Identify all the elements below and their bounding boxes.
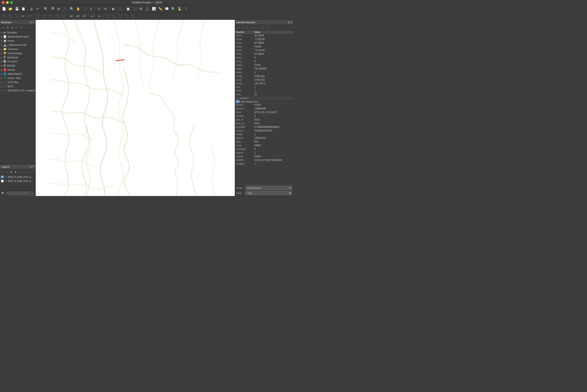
zoom-layer-button[interactable]: ⬛ [62, 6, 68, 12]
ir-row-5[interactable]: Close... 0 [235, 56, 293, 60]
browser-float-button[interactable]: ⊡ [30, 21, 31, 24]
select-button[interactable]: ▶ [110, 6, 116, 12]
browser-item-spatial-bookmarks[interactable]: ▶ 📑 Spatial Bookmarks [0, 34, 35, 39]
save-as-button[interactable]: 📋 [20, 6, 26, 12]
ir-row-1[interactable]: Close... 42.43854 [235, 42, 293, 45]
ir-float-button[interactable]: ⊡ [288, 21, 290, 24]
ir-copy-btn[interactable]: ⬛ [250, 26, 254, 30]
clock-button[interactable]: ⏰ [125, 6, 131, 12]
browser-favorites-btn[interactable]: ☆ [1, 26, 5, 30]
ir-actions-expand-icon[interactable]: ▼ [236, 97, 238, 100]
save-project-button[interactable]: 💾 [14, 6, 20, 12]
search-input[interactable] [6, 192, 34, 195]
browser-refresh-btn[interactable]: ↻ [5, 26, 10, 30]
pan-map-button[interactable]: ⬛ [81, 6, 87, 12]
zoom-selection-button[interactable]: 🔍 [69, 6, 74, 12]
layer-checkbox-nhd-flow[interactable] [1, 180, 4, 182]
layer-item-nhd-flow[interactable]: 〰 NHD_H_0108_HU4_GDB — NHDFlow... [0, 179, 35, 183]
ir-row-9[interactable]: Interp... 0 [235, 71, 293, 74]
measure-button[interactable]: 📏 [157, 6, 163, 12]
digitize-btn-7[interactable]: ⬛ [60, 13, 66, 19]
ir-row-fcode[interactable]: fcode 55800 [235, 144, 293, 148]
ir-row-3[interactable]: Close... -72.62249 [235, 49, 293, 52]
label-btn-1[interactable]: 🏷 [69, 13, 74, 19]
layers-add-btn[interactable]: + [5, 170, 9, 174]
search-locator-button[interactable]: 🔍 [170, 6, 176, 12]
ir-row-12[interactable]: Lengt... 145.159 m [235, 82, 293, 86]
ir-print-btn[interactable]: ⬛ [245, 26, 249, 30]
table-button[interactable]: 📊 [151, 6, 157, 12]
ir-row-15[interactable]: Verti... 15 [235, 93, 293, 97]
ir-row-14[interactable]: Parts 1 [235, 89, 293, 93]
browser-item-xyz-tiles[interactable]: ▶ ⬛ XYZ Tiles [0, 80, 35, 84]
ir-row-permanent[interactable]: perman... 136884908 [235, 107, 293, 111]
browser-item-spatialite[interactable]: ▶ 🗄 SpatiaLite [0, 55, 35, 60]
undo-redo-2[interactable]: ↪ [96, 13, 102, 19]
ir-row-wbarea[interactable]: wbarea... 136902222 [235, 136, 293, 140]
python-button[interactable]: 🐍 [177, 6, 182, 12]
layer-checkbox-nhd-hi[interactable] [1, 176, 4, 178]
layers-remove-btn[interactable]: ⬛ [31, 170, 35, 174]
ir-row-visibility[interactable]: visibilit... 50000 [235, 155, 293, 159]
misc-btn-2[interactable]: ⬛ [110, 13, 116, 19]
pan-button[interactable]: ✋ [75, 6, 81, 12]
ir-row-6[interactable]: Close... 6 [235, 60, 293, 64]
ir-row-fdate[interactable]: fdate 3/7/12 20:17:53 (EST) [235, 111, 293, 114]
zoom-in-button[interactable]: 🔍 [43, 6, 49, 12]
layers-down-btn[interactable]: ↓ [26, 170, 30, 174]
ir-row-enabled[interactable]: Enabled 1 [235, 162, 293, 166]
layer-btn-2[interactable]: ⬛ [7, 13, 13, 19]
ir-row-mainpath[interactable]: mainpath 0 [235, 148, 293, 151]
minimize-button[interactable] [6, 1, 9, 4]
ir-row-0[interactable]: Close... -72.62250 [235, 38, 293, 42]
browser-close-button[interactable]: ✕ [32, 21, 34, 24]
ir-row-4[interactable]: Close... 42.43854 [235, 52, 293, 56]
map-canvas[interactable] [36, 20, 235, 196]
layer-btn-1[interactable]: ⬛ [1, 13, 7, 19]
layers-filter-btn[interactable]: ▼ [14, 170, 18, 174]
select-rect-button[interactable]: ⬛ [117, 6, 123, 12]
ir-row-gnis-id[interactable]: gnis_id NULL [235, 118, 293, 122]
new-project-button[interactable]: 📄 [1, 6, 7, 12]
annotation-button[interactable]: 💬 [164, 6, 170, 12]
misc-btn-1[interactable]: ⬛ [104, 13, 110, 19]
ir-row-10[interactable]: Lengt... 0.002 deg [235, 74, 293, 78]
browser-filter-btn[interactable]: ▼ [10, 26, 14, 30]
digitize-btn-1[interactable]: ✏ [20, 13, 26, 19]
layers-close-button[interactable]: ✕ [32, 165, 34, 168]
ir-row-innetw[interactable]: innetw... 1 [235, 151, 293, 155]
ir-row-gnis-na[interactable]: gnis_na... NULL [235, 122, 293, 126]
close-button[interactable] [2, 1, 4, 4]
layers-float-button[interactable]: ⊡ [30, 165, 31, 168]
digitize-btn-5[interactable]: ⬛ [48, 13, 54, 19]
settings-button[interactable]: ⚙ [138, 6, 144, 12]
misc-btn-4[interactable]: ⬛ [123, 13, 129, 19]
ir-row-flowdir[interactable]: flowdir 1 [235, 133, 293, 136]
label-btn-2[interactable]: 🏷 [75, 13, 81, 19]
ir-clear-btn[interactable]: ⬛ [261, 26, 265, 30]
print-layout-button[interactable]: 🖨 [28, 6, 34, 12]
ir-row-resolution[interactable]: resoluti... 2 [235, 114, 293, 118]
ir-view-select[interactable]: Tree Table [245, 191, 292, 195]
browser-item-oracle[interactable]: ▶ 🔴 Oracle [0, 68, 35, 72]
zoom-out-button[interactable]: 🔎 [49, 6, 55, 12]
layers-more-btn[interactable]: ⬛ [18, 170, 22, 174]
cancel-button[interactable]: ✕ [102, 6, 108, 12]
label-btn-3[interactable]: 🏷 [81, 13, 87, 19]
browser-item-postgis[interactable]: ▶ 🐘 PostGIS [0, 60, 35, 64]
layers-open-btn[interactable]: ⬛ [1, 170, 5, 174]
browser-item-wms-wmts[interactable]: ▶ 🌐 WMS/WMTS [0, 72, 35, 76]
undo-button[interactable]: ↩ [35, 6, 41, 12]
digitize-btn-2[interactable]: 〰 [27, 13, 33, 19]
ir-row-11[interactable]: Lengt... 0.002 deg [235, 78, 293, 82]
browser-info-btn[interactable]: ℹ [19, 26, 23, 30]
open-project-button[interactable]: 📂 [7, 6, 13, 12]
ir-row-7[interactable]: Featu... 67404 [235, 64, 293, 67]
browser-item-mssql[interactable]: ▶ 🗄 MSSQL [0, 64, 35, 68]
browser-item-home[interactable]: ▶ 🏠 Home [0, 39, 35, 43]
stats-button[interactable]: ∑ [144, 6, 150, 12]
tile-button[interactable]: ⬛ [131, 6, 137, 12]
digitize-btn-3[interactable]: ⬛ [35, 13, 41, 19]
ir-row-shape[interactable]: SHAPE... 0.00171471531742912090 [235, 159, 293, 162]
digitize-btn-6[interactable]: ⬛ [54, 13, 60, 19]
